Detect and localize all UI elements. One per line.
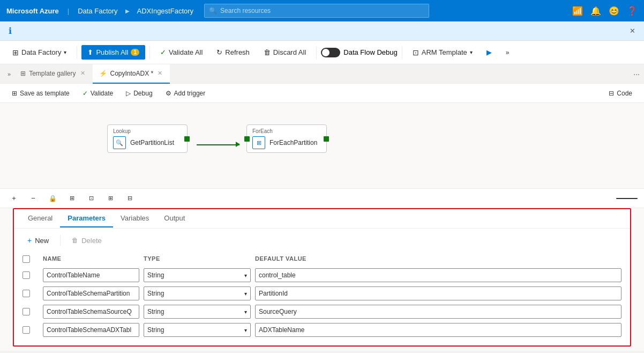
- collapse-icon: »: [506, 49, 510, 56]
- resize-handle[interactable]: [616, 198, 638, 199]
- row3-type-select[interactable]: String ▾: [144, 305, 251, 319]
- tab-more-button[interactable]: ···: [633, 70, 640, 78]
- row1-type-select[interactable]: String ▾: [144, 268, 251, 282]
- validate-button[interactable]: ✓ Validate: [77, 87, 118, 99]
- debug-icon: ▷: [126, 90, 131, 97]
- tab-variables[interactable]: Variables: [113, 210, 156, 227]
- zoom-in-tool[interactable]: +: [6, 191, 21, 206]
- tab-label-gallery: Template gallery: [29, 70, 76, 77]
- foreach-output-connector[interactable]: [324, 136, 329, 142]
- run-button[interactable]: ▶: [481, 45, 498, 60]
- lock-tool[interactable]: 🔒: [45, 191, 60, 206]
- nav-separator: |: [68, 7, 69, 15]
- toggle-track[interactable]: [321, 48, 340, 57]
- info-icon: ℹ: [9, 26, 12, 36]
- row2-checkbox[interactable]: [23, 290, 30, 297]
- zoom-select-tool[interactable]: ⊡: [84, 191, 99, 206]
- canvas-toolbar: + − 🔒 ⊞ ⊡ ⊞ ⊟: [0, 189, 644, 208]
- discard-all-button[interactable]: 🗑 Discard All: [258, 45, 312, 60]
- arm-template-label: ARM Template: [422, 48, 467, 56]
- debug-button[interactable]: ▷ Debug: [121, 87, 158, 99]
- search-bar[interactable]: 🔍 Search resources: [204, 4, 429, 18]
- new-parameter-button[interactable]: + New: [20, 233, 56, 248]
- row3-checkbox-cell: [23, 308, 39, 315]
- search-placeholder: Search resources: [220, 7, 271, 14]
- search-icon: 🔍: [209, 7, 217, 14]
- delete-parameter-button[interactable]: 🗑 Delete: [65, 233, 109, 248]
- toggle-thumb: [322, 49, 330, 56]
- row3-default-input[interactable]: [255, 305, 621, 319]
- row2-type-select[interactable]: String ▾: [144, 286, 251, 300]
- tab-parameters[interactable]: Parameters: [60, 210, 113, 227]
- trigger-icon: ⚙: [166, 90, 171, 97]
- save-template-icon: ⊞: [12, 90, 17, 97]
- tab-output[interactable]: Output: [156, 210, 192, 227]
- info-bar-content: ℹ: [9, 26, 12, 36]
- delete-label: Delete: [81, 237, 102, 245]
- validate-all-label: Validate All: [169, 48, 203, 56]
- bell-icon[interactable]: 🔔: [590, 6, 601, 16]
- code-button[interactable]: ⊟ Code: [603, 87, 638, 99]
- nav-icons: 📶 🔔 😊 ❓: [572, 6, 638, 16]
- row4-name-input[interactable]: [43, 323, 139, 337]
- row1-name-input[interactable]: [43, 268, 139, 282]
- data-flow-debug-toggle[interactable]: Data Flow Debug: [321, 48, 397, 57]
- data-factory-button[interactable]: ⊞ Data Factory ▾: [6, 45, 72, 60]
- user-icon[interactable]: 😊: [609, 6, 619, 16]
- foreach-input-connector[interactable]: [244, 136, 250, 142]
- row1-type-chevron: ▾: [244, 273, 247, 278]
- row4-checkbox[interactable]: [23, 326, 30, 334]
- row1-default-input[interactable]: [255, 268, 621, 282]
- row3-checkbox[interactable]: [23, 308, 30, 315]
- zoom-fit-tool[interactable]: ⊞: [64, 191, 79, 206]
- row2-type-label: String: [147, 290, 164, 297]
- tab-general[interactable]: General: [20, 210, 60, 227]
- validate-check-icon: ✓: [83, 90, 88, 97]
- zoom-out-tool[interactable]: −: [26, 191, 41, 206]
- brand-label[interactable]: Microsoft Azure: [6, 7, 59, 15]
- toolbar-divider-1: [77, 46, 77, 59]
- factory-link[interactable]: Data Factory: [78, 7, 117, 15]
- collapse-button[interactable]: »: [500, 46, 515, 60]
- tab-copy-into-adx[interactable]: ⚡ CopyIntoADX * ✕: [93, 64, 170, 84]
- add-trigger-label: Add trigger: [174, 90, 206, 97]
- row4-default-input[interactable]: [255, 323, 621, 337]
- layout-tool[interactable]: ⊟: [122, 191, 137, 206]
- add-trigger-button[interactable]: ⚙ Add trigger: [160, 87, 211, 99]
- help-icon[interactable]: ❓: [627, 6, 638, 16]
- resource-label[interactable]: ADXIngestFactory: [137, 7, 194, 15]
- toolbar-divider-2: [149, 46, 150, 59]
- wifi-icon[interactable]: 📶: [572, 6, 583, 16]
- save-as-template-button[interactable]: ⊞ Save as template: [6, 87, 75, 99]
- arm-template-icon: ⊡: [413, 48, 419, 57]
- row1-checkbox[interactable]: [23, 271, 30, 279]
- debug-label: Debug: [133, 90, 152, 97]
- row3-name-input[interactable]: [43, 305, 139, 319]
- info-close-button[interactable]: ✕: [630, 27, 635, 35]
- lookup-output-connector[interactable]: [184, 136, 190, 142]
- arm-template-button[interactable]: ⊡ ARM Template ▾: [407, 45, 478, 60]
- output-tab-label: Output: [164, 214, 185, 222]
- row4-type-select[interactable]: String ▾: [144, 323, 251, 337]
- publish-all-button[interactable]: ⬆ Publish All 1: [81, 45, 145, 60]
- lock-icon: 🔒: [49, 195, 57, 202]
- foreach-node[interactable]: ForEach ⊞ ForEachPartition: [246, 124, 327, 153]
- discard-icon: 🗑: [264, 48, 271, 56]
- lookup-node[interactable]: Lookup 🔍 GetPartitionList: [107, 124, 188, 153]
- refresh-button[interactable]: ↻ Refresh: [211, 45, 256, 60]
- row2-default-input[interactable]: [255, 286, 621, 300]
- general-tab-label: General: [28, 214, 53, 222]
- tab-template-gallery[interactable]: ⊞ Template gallery ✕: [14, 64, 92, 84]
- validate-all-button[interactable]: ✓ Validate All: [154, 45, 208, 60]
- tab-expand-button[interactable]: »: [4, 69, 14, 79]
- tab-close-gallery[interactable]: ✕: [79, 69, 86, 78]
- fit-all-tool[interactable]: ⊞: [103, 191, 118, 206]
- layout-icon: ⊟: [128, 195, 132, 202]
- tab-close-adx[interactable]: ✕: [156, 69, 163, 78]
- pipeline-canvas[interactable]: Lookup 🔍 GetPartitionList ForEach ⊞ ForE…: [0, 103, 644, 189]
- main-toolbar: ⊞ Data Factory ▾ ⬆ Publish All 1 ✓ Valid…: [0, 41, 644, 64]
- select-all-checkbox[interactable]: [23, 255, 30, 263]
- foreach-icon: ⊞: [252, 136, 265, 149]
- row2-name-input[interactable]: [43, 286, 139, 300]
- table-row: String ▾: [20, 266, 624, 284]
